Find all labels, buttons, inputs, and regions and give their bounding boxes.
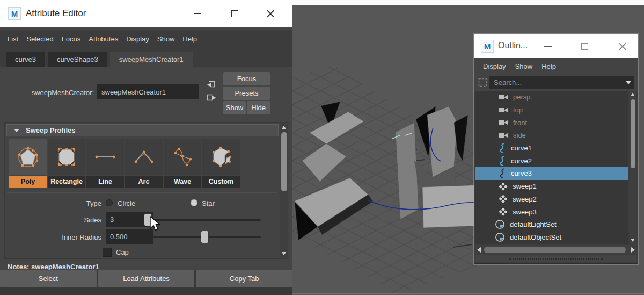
profile-wave[interactable]: Wave — [164, 139, 201, 188]
menu-selected[interactable]: Selected — [26, 35, 54, 43]
set-icon — [495, 232, 505, 242]
window-title: Attribute Editor — [26, 8, 86, 19]
hide-button[interactable]: Hide — [247, 101, 270, 114]
search-input[interactable] — [489, 76, 634, 89]
outliner-item-curve3[interactable]: curve3 — [475, 167, 628, 180]
minimize-button[interactable] — [186, 5, 209, 21]
copy-tab-button[interactable]: Copy Tab — [196, 270, 292, 287]
scrollbar-thumb[interactable] — [631, 99, 635, 168]
minimize-icon — [194, 13, 201, 14]
outliner-item-front[interactable]: front — [475, 116, 628, 129]
type-star-radio[interactable] — [191, 199, 197, 206]
close-button[interactable] — [613, 38, 631, 54]
maximize-button[interactable] — [575, 38, 594, 54]
attribute-editor-titlebar[interactable]: M Attribute Editor — [0, 0, 292, 27]
scroll-down-icon[interactable] — [631, 239, 635, 242]
window-title: Outlin... — [498, 41, 528, 51]
scroll-down-icon[interactable] — [282, 252, 286, 255]
type-circle-label[interactable]: Circle — [118, 199, 135, 207]
line-profile-label: Line — [86, 176, 124, 188]
focus-button[interactable]: Focus — [223, 72, 270, 85]
scrollbar-thumb[interactable] — [484, 247, 626, 253]
menu-help[interactable]: Help — [541, 62, 556, 70]
show-button[interactable]: Show — [223, 101, 246, 114]
top-window-edge — [292, 0, 644, 5]
profile-custom[interactable]: Custom — [202, 139, 240, 188]
outliner-titlebar[interactable]: M Outlin... — [474, 34, 638, 58]
arc-profile-label: Arc — [125, 176, 163, 188]
outliner-vertical-scrollbar[interactable] — [630, 91, 636, 244]
menu-focus[interactable]: Focus — [62, 35, 80, 43]
mesh-icon — [499, 182, 508, 191]
menu-show[interactable]: Show — [515, 62, 533, 70]
pin-in-icon[interactable] — [206, 79, 217, 89]
outliner-item-sweep2[interactable]: sweep2 — [475, 193, 628, 206]
menu-list[interactable]: List — [8, 35, 18, 43]
outliner-item-defaultlightset[interactable]: defaultLightSet — [475, 218, 628, 231]
inner-radius-label: Inner Radius — [5, 233, 101, 241]
type-circle-radio[interactable] — [106, 199, 113, 206]
maya-logo-icon: M — [481, 40, 494, 53]
menu-attributes[interactable]: Attributes — [89, 35, 118, 43]
section-scrollbar[interactable] — [280, 123, 288, 258]
sweep-profiles-header[interactable]: Sweep Profiles — [6, 124, 279, 136]
select-button[interactable]: Select — [0, 270, 97, 287]
scroll-right-icon[interactable] — [631, 247, 635, 253]
tab-curve3[interactable]: curve3 — [6, 52, 45, 67]
outliner-item-sweep1[interactable]: sweep1 — [475, 180, 628, 193]
close-icon — [618, 42, 626, 51]
arc-profile-icon — [125, 139, 163, 175]
tab-sweepmeshcreator1[interactable]: sweepMeshCreator1 — [110, 52, 193, 67]
inner-radius-slider-handle[interactable] — [201, 231, 208, 243]
scroll-up-icon[interactable] — [282, 126, 286, 129]
menu-display[interactable]: Display — [126, 35, 149, 43]
camera-icon — [499, 107, 508, 113]
curve-icon — [499, 156, 506, 166]
wave-profile-label: Wave — [164, 176, 201, 188]
type-star-label[interactable]: Star — [202, 199, 215, 207]
presets-button[interactable]: Presets — [223, 87, 270, 100]
outliner-item-sweep3[interactable]: sweep3 — [475, 205, 628, 218]
outliner-item-curve2[interactable]: curve2 — [475, 154, 628, 167]
close-button[interactable] — [259, 5, 281, 21]
outliner-window: M Outlin... Display Show Help persp — [474, 34, 638, 263]
profile-line[interactable]: Line — [86, 139, 124, 188]
notes-separator[interactable] — [96, 262, 185, 262]
node-name-field[interactable] — [97, 84, 199, 99]
menu-help[interactable]: Help — [182, 35, 197, 43]
node-name-label: sweepMeshCreator: — [0, 89, 94, 97]
pin-out-icon[interactable] — [206, 92, 217, 103]
set-icon — [495, 219, 505, 229]
outliner-item-persp[interactable]: persp — [475, 91, 628, 104]
outliner-item-curve1[interactable]: curve1 — [475, 142, 628, 155]
cap-checkbox[interactable] — [103, 248, 112, 257]
outliner-item-defaultobjectset[interactable]: defaultObjectSet — [475, 231, 628, 244]
menu-display[interactable]: Display — [483, 62, 506, 70]
section-scrollbar-thumb[interactable] — [281, 132, 287, 191]
menu-show[interactable]: Show — [157, 35, 175, 43]
scroll-up-icon[interactable] — [631, 93, 635, 96]
search-dropdown-icon[interactable] — [626, 81, 631, 84]
outliner-item-top[interactable]: top — [475, 104, 628, 117]
scroll-left-icon[interactable] — [477, 247, 481, 253]
filter-icon[interactable] — [477, 77, 488, 88]
outliner-horizontal-scrollbar[interactable] — [475, 245, 636, 254]
poly-profile-label: Poly — [9, 176, 47, 188]
outliner-resize-strip[interactable] — [475, 255, 636, 262]
tab-curveshape3[interactable]: curveShape3 — [48, 52, 107, 67]
rectangle-profile-icon — [48, 139, 85, 175]
profile-rectangle[interactable]: Rectangle — [48, 139, 85, 188]
outliner-item-side[interactable]: side — [475, 129, 628, 142]
maximize-button[interactable] — [223, 5, 246, 21]
section-divider — [7, 192, 277, 193]
mouse-cursor — [149, 216, 162, 233]
type-label: Type — [5, 199, 101, 207]
profile-poly[interactable]: Poly — [9, 139, 47, 188]
curve-icon — [499, 168, 506, 178]
sides-slider-track[interactable] — [145, 219, 261, 221]
cap-label[interactable]: Cap — [116, 248, 129, 256]
profile-arc[interactable]: Arc — [125, 139, 163, 188]
minimize-button[interactable] — [539, 38, 557, 54]
close-icon — [266, 10, 274, 18]
load-attributes-button[interactable]: Load Attributes — [98, 270, 195, 287]
